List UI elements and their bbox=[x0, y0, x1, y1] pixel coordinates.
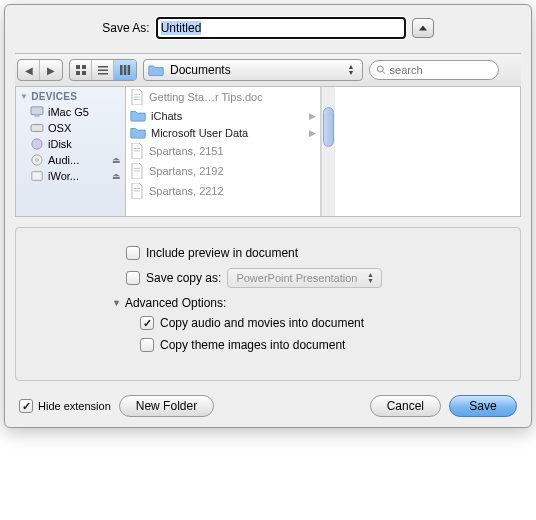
svg-line-12 bbox=[383, 71, 386, 74]
svg-rect-3 bbox=[76, 71, 80, 75]
chevron-right-icon: ▶ bbox=[309, 128, 316, 138]
browser-toolbar: ◀ ▶ Documents ▲▼ bbox=[15, 53, 521, 87]
folder-icon bbox=[130, 109, 146, 122]
column-scrollbar[interactable] bbox=[321, 87, 335, 216]
sidebar-section-devices[interactable]: ▼ DEVICES bbox=[16, 87, 125, 104]
bottom-bar: Hide extension New Folder Cancel Save bbox=[15, 395, 521, 417]
sidebar-item-idisk[interactable]: iDisk bbox=[16, 136, 125, 152]
svg-rect-15 bbox=[31, 125, 43, 132]
eject-icon[interactable]: ⏏ bbox=[112, 155, 121, 165]
svg-rect-25 bbox=[134, 168, 140, 169]
svg-rect-8 bbox=[120, 65, 123, 75]
search-field[interactable] bbox=[369, 60, 499, 80]
path-popup[interactable]: Documents ▲▼ bbox=[143, 59, 363, 81]
save-as-input[interactable] bbox=[156, 17, 406, 39]
chevron-up-icon bbox=[419, 25, 427, 31]
list-item[interactable]: iChats ▶ bbox=[126, 107, 320, 124]
svg-rect-22 bbox=[134, 99, 140, 100]
include-preview-label: Include preview in document bbox=[146, 246, 298, 260]
view-segment bbox=[69, 59, 137, 81]
svg-rect-27 bbox=[134, 188, 140, 189]
forward-button[interactable]: ▶ bbox=[40, 60, 62, 80]
nav-segment: ◀ ▶ bbox=[17, 59, 63, 81]
back-button[interactable]: ◀ bbox=[18, 60, 40, 80]
copy-media-label: Copy audio and movies into document bbox=[160, 316, 364, 330]
svg-rect-2 bbox=[82, 65, 86, 69]
copy-theme-label: Copy theme images into document bbox=[160, 338, 345, 352]
sidebar-item-iwork[interactable]: iWor... ⏏ bbox=[16, 168, 125, 184]
svg-rect-5 bbox=[98, 66, 108, 68]
disk-image-icon bbox=[30, 170, 44, 182]
eject-icon[interactable]: ⏏ bbox=[112, 171, 121, 181]
svg-point-11 bbox=[377, 66, 383, 72]
popup-arrows-icon: ▲▼ bbox=[363, 272, 377, 284]
search-icon bbox=[376, 64, 387, 76]
copy-theme-checkbox[interactable] bbox=[140, 338, 154, 352]
computer-icon bbox=[30, 106, 44, 118]
disclosure-triangle-icon: ▼ bbox=[112, 298, 121, 308]
cd-icon bbox=[30, 154, 44, 166]
list-item[interactable]: Spartans, 2192 bbox=[126, 161, 320, 181]
svg-rect-6 bbox=[98, 70, 108, 72]
svg-point-18 bbox=[36, 159, 39, 162]
list-view-button[interactable] bbox=[92, 60, 114, 80]
svg-rect-14 bbox=[34, 115, 39, 118]
hide-extension-label: Hide extension bbox=[38, 400, 111, 412]
folder-icon bbox=[130, 126, 146, 139]
idisk-icon bbox=[30, 138, 44, 150]
svg-rect-26 bbox=[134, 171, 140, 172]
column-view-button[interactable] bbox=[114, 60, 136, 80]
svg-rect-20 bbox=[134, 94, 140, 95]
save-as-label: Save As: bbox=[102, 21, 149, 35]
icon-view-button[interactable] bbox=[70, 60, 92, 80]
save-options-panel: Include preview in document Save copy as… bbox=[15, 227, 521, 381]
document-icon bbox=[130, 89, 144, 105]
save-copy-checkbox[interactable] bbox=[126, 271, 140, 285]
sidebar: ▼ DEVICES iMac G5 OSX iDisk Audi... ⏏ bbox=[16, 87, 126, 216]
svg-rect-24 bbox=[134, 151, 140, 152]
svg-rect-4 bbox=[82, 71, 86, 75]
search-input[interactable] bbox=[390, 64, 492, 76]
svg-rect-10 bbox=[128, 65, 131, 75]
column-1: Getting Sta…r Tips.doc iChats ▶ Microsof… bbox=[126, 87, 321, 216]
svg-rect-9 bbox=[124, 65, 127, 75]
svg-rect-13 bbox=[31, 107, 43, 115]
svg-rect-21 bbox=[134, 97, 140, 98]
advanced-options-disclosure[interactable]: ▼ Advanced Options: bbox=[112, 296, 510, 310]
new-folder-button[interactable]: New Folder bbox=[119, 395, 214, 417]
column-2 bbox=[335, 87, 520, 216]
folder-icon bbox=[148, 63, 164, 77]
copy-media-checkbox[interactable] bbox=[140, 316, 154, 330]
svg-point-16 bbox=[32, 139, 42, 149]
svg-rect-28 bbox=[134, 191, 140, 192]
cancel-button[interactable]: Cancel bbox=[370, 395, 441, 417]
svg-rect-1 bbox=[76, 65, 80, 69]
hide-extension-checkbox[interactable] bbox=[19, 399, 33, 413]
hdd-icon bbox=[30, 122, 44, 134]
save-copy-label: Save copy as: bbox=[146, 271, 221, 285]
sidebar-item-osx[interactable]: OSX bbox=[16, 120, 125, 136]
scroll-thumb[interactable] bbox=[323, 107, 334, 147]
sidebar-item-imac[interactable]: iMac G5 bbox=[16, 104, 125, 120]
svg-marker-0 bbox=[419, 26, 427, 31]
disclosure-triangle-icon: ▼ bbox=[20, 92, 28, 101]
svg-rect-7 bbox=[98, 73, 108, 75]
chevron-right-icon: ▶ bbox=[309, 111, 316, 121]
svg-rect-19 bbox=[32, 172, 42, 181]
path-label: Documents bbox=[170, 63, 344, 77]
file-browser: ▼ DEVICES iMac G5 OSX iDisk Audi... ⏏ bbox=[15, 87, 521, 217]
popup-arrows-icon: ▲▼ bbox=[344, 64, 358, 76]
format-popup[interactable]: PowerPoint Presentation ▲▼ bbox=[227, 268, 382, 288]
collapse-expand-button[interactable] bbox=[412, 18, 434, 38]
list-item[interactable]: Spartans, 2151 bbox=[126, 141, 320, 161]
list-item[interactable]: Microsoft User Data ▶ bbox=[126, 124, 320, 141]
include-preview-checkbox[interactable] bbox=[126, 246, 140, 260]
document-icon bbox=[130, 163, 144, 179]
list-item[interactable]: Getting Sta…r Tips.doc bbox=[126, 87, 320, 107]
svg-rect-23 bbox=[134, 148, 140, 149]
save-button[interactable]: Save bbox=[449, 395, 517, 417]
list-item[interactable]: Spartans, 2212 bbox=[126, 181, 320, 201]
document-icon bbox=[130, 183, 144, 199]
sidebar-item-audio-cd[interactable]: Audi... ⏏ bbox=[16, 152, 125, 168]
document-icon bbox=[130, 143, 144, 159]
